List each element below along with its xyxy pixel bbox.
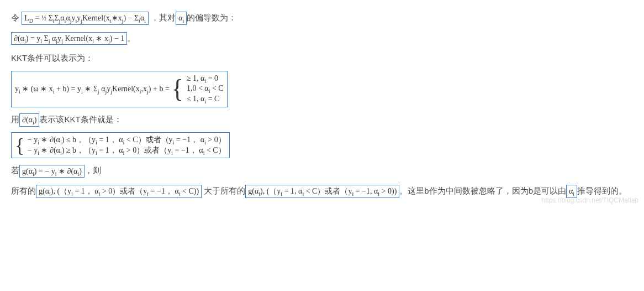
text: 若 — [11, 165, 19, 175]
text: 的偏导数为： — [187, 13, 236, 22]
text: ，则 — [85, 165, 101, 175]
paragraph-2: ∂(αi) = yi Σj αjyj Kernel(xi ∗ xj) − 1 。 — [11, 30, 633, 46]
formula-LD: LD = ½ ΣiΣjαiαjyiyjKernel(xi∗xj) − Σiαi — [22, 12, 149, 25]
formula-alpha-i: αi — [176, 12, 187, 25]
formula-g-set1: g(αi), (（yi = 1， αi > 0）或者（yi = −1， αi <… — [36, 185, 202, 198]
formula-partial-small: ∂(αi) — [19, 113, 39, 127]
formula-partial: ∂(αi) = yi Σj αjyj Kernel(xi ∗ xj) − 1 — [11, 32, 127, 45]
text-kkt-intro: KKT条件可以表示为： — [11, 53, 93, 63]
formula-g-set2: g(αi), (（yi = 1, αi < C）或者（yi = −1, αi >… — [245, 185, 399, 198]
text: 所有的 — [11, 186, 36, 195]
formula-kkt-with-partial: { − yi ∗ ∂(αi) ≤ b，（yi = 1， αi < C）或者（yi… — [11, 132, 230, 159]
formula-kkt: yi ∗ (ω ∗ xi + b) = yi ∗ Σj αjyjKernel(x… — [11, 71, 228, 108]
paragraph-5: 用∂(αi)表示该KKT条件就是： — [11, 112, 633, 128]
text: ，其对 — [151, 13, 176, 22]
formula-g-def: g(αi) = − yi ∗ ∂(αi) — [19, 165, 85, 178]
text: 。 — [127, 33, 135, 43]
text: 令 — [11, 13, 19, 22]
text: 表示该KKT条件就是： — [39, 115, 122, 124]
paragraph-1: 令 LD = ½ ΣiΣjαiαjyiyjKernel(xi∗xj) − Σiα… — [11, 10, 633, 26]
paragraph-6: { − yi ∗ ∂(αi) ≤ b，（yi = 1， αi < C）或者（yi… — [11, 132, 633, 159]
paragraph-7: 若g(αi) = − yi ∗ ∂(αi)，则 — [11, 163, 633, 179]
paragraph-3: KKT条件可以表示为： — [11, 50, 633, 66]
text: 用 — [11, 115, 19, 124]
paragraph-8: 所有的g(αi), (（yi = 1， αi > 0）或者（yi = −1， α… — [11, 183, 633, 199]
paragraph-4: yi ∗ (ω ∗ xi + b) = yi ∗ Σj αjyjKernel(x… — [11, 71, 633, 108]
text: 大于所有的 — [202, 186, 245, 195]
watermark: https://blog.csdn.net/TIQCMatlab — [542, 194, 638, 207]
